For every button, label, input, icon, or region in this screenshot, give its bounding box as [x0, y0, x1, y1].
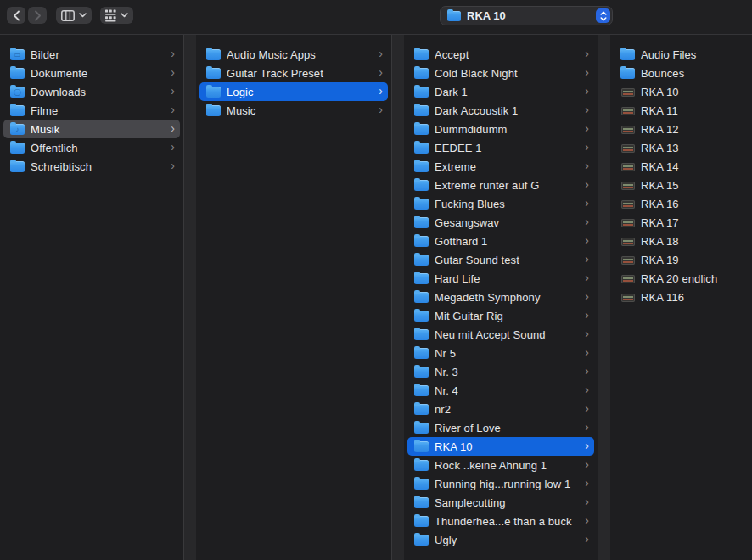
list-item[interactable]: Schreibtisch›: [3, 157, 180, 176]
logic-project-file-icon: [621, 163, 635, 171]
list-item[interactable]: Accept›: [407, 45, 594, 64]
toolbar: RKA 10: [0, 0, 752, 35]
list-item[interactable]: Megadeth Symphony›: [407, 288, 594, 306]
list-item[interactable]: RKA 12: [614, 120, 749, 138]
list-item[interactable]: Gutar Sound test›: [407, 250, 594, 269]
list-item[interactable]: Music›: [199, 101, 388, 120]
folder-icon: [414, 479, 429, 490]
chevron-right-icon: ›: [585, 216, 589, 227]
forward-button[interactable]: [28, 7, 47, 24]
column-view: ▭Bilder›Dokumente›◯Downloads›Filme›♪Musi…: [0, 35, 752, 560]
item-label: Extreme: [435, 160, 581, 173]
folder-icon: [414, 236, 429, 247]
list-item[interactable]: Extreme runter auf G›: [407, 176, 594, 194]
list-item[interactable]: RKA 10: [614, 82, 749, 101]
item-label: Hard Life: [435, 272, 581, 285]
logic-project-file-icon: [621, 275, 635, 283]
location-popup-label: RKA 10: [467, 9, 596, 22]
folder-icon: [414, 441, 429, 452]
list-item[interactable]: Dokumente›: [3, 64, 180, 82]
list-item[interactable]: Thunderhea...e than a buck›: [407, 512, 594, 530]
list-item[interactable]: Guitar Track Preset›: [199, 64, 388, 82]
list-item[interactable]: Nr. 3›: [407, 362, 594, 381]
list-item[interactable]: RKA 20 endlich: [614, 269, 749, 288]
list-item[interactable]: RKA 17: [614, 213, 749, 232]
logic-project-file-icon: [621, 107, 635, 115]
list-item[interactable]: Rock ..keine Ahnung 1›: [407, 456, 594, 474]
chevron-right-icon: ›: [585, 384, 589, 395]
list-item[interactable]: RKA 13: [614, 138, 749, 157]
list-item[interactable]: Samplecutting›: [407, 493, 594, 512]
list-item[interactable]: Dark 1›: [407, 82, 594, 101]
item-label: Gutar Sound test: [435, 254, 581, 266]
list-item[interactable]: RKA 116: [614, 288, 749, 306]
list-item[interactable]: RKA 14: [614, 157, 749, 176]
chevron-right-icon: ›: [585, 66, 589, 78]
list-item[interactable]: Cold Black Night›: [407, 64, 594, 82]
list-item[interactable]: ▭Bilder›: [3, 45, 180, 64]
list-item[interactable]: Audio Files: [614, 45, 749, 64]
list-item[interactable]: ◯Downloads›: [3, 82, 180, 101]
folder-icon: [414, 180, 429, 191]
list-item[interactable]: ♪Musik›: [3, 120, 180, 138]
folder-icon: [414, 124, 429, 135]
list-item[interactable]: Gotthard 1›: [407, 232, 594, 250]
chevron-right-icon: ›: [585, 440, 589, 451]
list-item[interactable]: nr2›: [407, 400, 594, 418]
folder-icon: [414, 143, 429, 154]
item-label: Rock ..keine Ahnung 1: [435, 459, 581, 472]
list-item[interactable]: Filme›: [3, 101, 180, 120]
folder-icon: [414, 199, 429, 210]
logic-project-file-icon: [621, 182, 635, 190]
list-item[interactable]: Ugly›: [407, 530, 594, 549]
item-label: Mit Guitar Rig: [435, 310, 581, 322]
list-item[interactable]: Dark Accoustik 1›: [407, 101, 594, 120]
chevron-down-icon: [121, 13, 128, 18]
item-label: Ugly: [435, 534, 581, 546]
list-item[interactable]: RKA 18: [614, 232, 749, 250]
chevron-right-icon: ›: [585, 533, 589, 545]
list-item[interactable]: RKA 19: [614, 250, 749, 269]
chevron-right-icon: ›: [171, 48, 175, 59]
chevron-right-icon: ›: [585, 48, 589, 59]
list-item[interactable]: RKA 16: [614, 194, 749, 213]
folder-icon: [414, 348, 429, 359]
logic-project-file-icon: [621, 238, 635, 246]
location-popup[interactable]: RKA 10: [440, 6, 613, 25]
item-label: Music: [227, 104, 375, 117]
folder-icon: [206, 49, 221, 60]
list-item[interactable]: Running hig...running low 1›: [407, 474, 594, 493]
chevron-right-icon: ›: [171, 122, 175, 134]
folder-pictures-icon: ▭: [10, 49, 25, 60]
list-item[interactable]: Fucking Blues›: [407, 194, 594, 213]
up-down-stepper-icon: [596, 8, 610, 23]
list-item[interactable]: Öffentlich›: [3, 138, 180, 157]
list-item[interactable]: Logic›: [199, 82, 388, 101]
column-view-button[interactable]: [56, 7, 92, 24]
item-label: Audio Files: [641, 48, 744, 61]
list-item[interactable]: Nr. 4›: [407, 381, 594, 400]
list-item[interactable]: Neu mit Accept Sound›: [407, 325, 594, 344]
group-view-button[interactable]: [100, 7, 133, 24]
list-item[interactable]: RKA 11: [614, 101, 749, 120]
list-item[interactable]: Nr 5›: [407, 344, 594, 362]
list-item[interactable]: Mit Guitar Rig›: [407, 306, 594, 325]
item-label: Downloads: [31, 86, 167, 98]
folder-public-icon: [10, 143, 25, 154]
list-item[interactable]: Audio Music Apps›: [199, 45, 388, 64]
folder-icon: [206, 105, 221, 116]
list-item[interactable]: EEDEE 1›: [407, 138, 594, 157]
list-item[interactable]: Dummdidumm›: [407, 120, 594, 138]
chevron-right-icon: ›: [585, 234, 589, 246]
column-divider: [391, 35, 404, 560]
item-label: RKA 11: [641, 104, 744, 117]
list-item[interactable]: Extreme›: [407, 157, 594, 176]
list-item[interactable]: Bounces: [614, 64, 749, 82]
list-item[interactable]: Hard Life›: [407, 269, 594, 288]
list-item[interactable]: RKA 15: [614, 176, 749, 194]
chevron-right-icon: ›: [171, 104, 175, 115]
list-item[interactable]: River of Love›: [407, 418, 594, 437]
list-item[interactable]: RKA 10›: [407, 437, 594, 456]
list-item[interactable]: Gesangswav›: [407, 213, 594, 232]
back-button[interactable]: [7, 7, 25, 24]
